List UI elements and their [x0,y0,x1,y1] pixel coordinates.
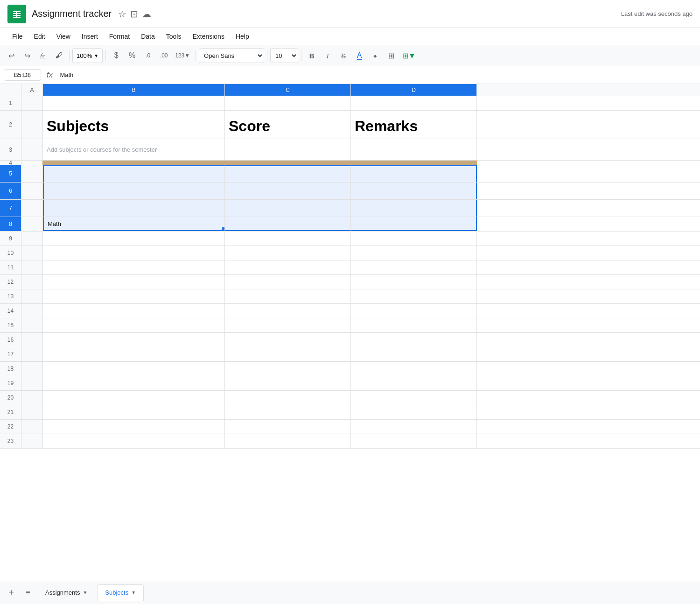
row-number[interactable]: 22 [0,420,21,434]
cell-c12[interactable] [225,275,351,289]
row-number[interactable]: 21 [0,405,21,419]
paint-format-button[interactable]: 🖌 [51,48,66,63]
cell-b5[interactable] [43,165,225,182]
cell-c17[interactable] [225,347,351,361]
cell-a5[interactable] [21,165,43,182]
cell-b13[interactable] [43,289,225,303]
cell-b9[interactable] [43,232,225,246]
cell-b10[interactable] [43,246,225,260]
cell-a20[interactable] [21,391,43,405]
cell-c16[interactable] [225,333,351,347]
col-header-d[interactable]: D [351,84,477,96]
cell-b1[interactable] [43,96,225,110]
row-number[interactable]: 3 [0,139,21,160]
cell-c19[interactable] [225,376,351,390]
font-family-select[interactable]: Open Sans [199,48,264,63]
row-number[interactable]: 7 [0,200,21,217]
cell-a4[interactable] [21,161,43,165]
assignments-tab-arrow[interactable]: ▼ [83,590,87,595]
cell-d7[interactable] [351,200,477,217]
row-number[interactable]: 19 [0,376,21,390]
tab-subjects[interactable]: Subjects ▼ [97,584,144,601]
tab-assignments[interactable]: Assignments ▼ [37,584,95,601]
cell-c18[interactable] [225,362,351,376]
cell-c14[interactable] [225,304,351,318]
row-number[interactable]: 23 [0,434,21,448]
cell-c2[interactable]: Score [225,111,351,139]
cell-d3[interactable] [351,139,477,160]
cell-c15[interactable] [225,318,351,332]
cell-a17[interactable] [21,347,43,361]
fill-color-button[interactable]: ⬥ [368,48,383,63]
cell-c7[interactable] [225,200,351,217]
cell-d14[interactable] [351,304,477,318]
decimal-less-button[interactable]: .0 [140,48,155,63]
cell-a7[interactable] [21,200,43,217]
cell-b16[interactable] [43,333,225,347]
menu-help[interactable]: Help [231,31,254,42]
underline-button[interactable]: A [352,48,367,63]
menu-edit[interactable]: Edit [29,31,50,42]
merge-button[interactable]: ⊞▼ [399,48,419,63]
cell-c21[interactable] [225,405,351,419]
cell-c6[interactable] [225,183,351,199]
add-sheet-button[interactable]: + [4,585,19,600]
cell-a15[interactable] [21,318,43,332]
row-number[interactable]: 8 [0,217,21,231]
borders-button[interactable]: ⊞ [384,48,399,63]
cell-b15[interactable] [43,318,225,332]
row-number[interactable]: 14 [0,304,21,318]
cell-d22[interactable] [351,420,477,434]
cell-b4[interactable] [43,161,225,165]
cell-b8[interactable]: Math [43,217,225,231]
formula-input[interactable]: Math [58,70,696,80]
cell-b19[interactable] [43,376,225,390]
row-number[interactable]: 1 [0,96,21,110]
row-number[interactable]: 20 [0,391,21,405]
menu-tools[interactable]: Tools [161,31,186,42]
cell-b6[interactable] [43,183,225,199]
cell-c5[interactable] [225,165,351,182]
decimal-more-button[interactable]: .00 [156,48,171,63]
cell-d12[interactable] [351,275,477,289]
cell-a10[interactable] [21,246,43,260]
cell-a8[interactable] [21,217,43,231]
cell-c1[interactable] [225,96,351,110]
cell-d19[interactable] [351,376,477,390]
cell-b18[interactable] [43,362,225,376]
cell-b21[interactable] [43,405,225,419]
cell-b2[interactable]: Subjects [43,111,225,139]
cell-a1[interactable] [21,96,43,110]
cell-c10[interactable] [225,246,351,260]
row-number[interactable]: 2 [0,111,21,139]
cell-a22[interactable] [21,420,43,434]
folder-icon[interactable]: ⊡ [130,8,138,20]
menu-data[interactable]: Data [136,31,160,42]
row-number[interactable]: 18 [0,362,21,376]
star-icon[interactable]: ☆ [118,8,126,20]
cell-d17[interactable] [351,347,477,361]
cell-a23[interactable] [21,434,43,448]
font-size-select[interactable]: 10 [270,48,298,63]
more-formats-button[interactable]: 123▼ [172,48,193,63]
row-number[interactable]: 12 [0,275,21,289]
menu-extensions[interactable]: Extensions [188,31,229,42]
currency-button[interactable]: $ [109,48,124,63]
col-header-a[interactable]: A [21,84,43,96]
undo-button[interactable]: ↩ [4,48,19,63]
cell-a19[interactable] [21,376,43,390]
cell-c22[interactable] [225,420,351,434]
redo-button[interactable]: ↪ [20,48,35,63]
cell-a21[interactable] [21,405,43,419]
cell-a12[interactable] [21,275,43,289]
row-number[interactable]: 17 [0,347,21,361]
cell-b3[interactable]: Add subjects or courses for the semester [43,139,225,160]
menu-format[interactable]: Format [105,31,134,42]
row-number[interactable]: 11 [0,260,21,274]
bold-button[interactable]: B [304,48,319,63]
menu-view[interactable]: View [52,31,75,42]
cell-c9[interactable] [225,232,351,246]
cell-c20[interactable] [225,391,351,405]
cell-a13[interactable] [21,289,43,303]
cell-b7[interactable] [43,200,225,217]
